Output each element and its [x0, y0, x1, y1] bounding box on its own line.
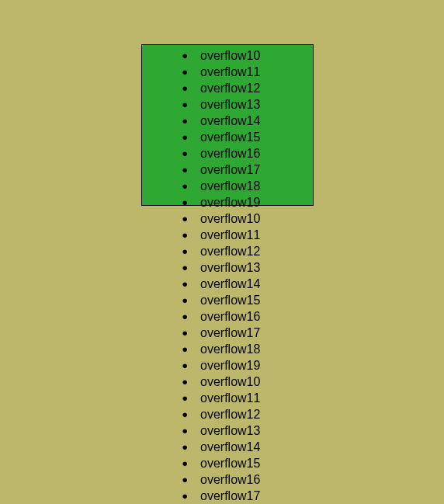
bullet-icon: ● — [141, 259, 188, 276]
list-item: ●overflow17 — [141, 488, 314, 504]
list-item-label: overflow13 — [200, 259, 314, 276]
bullet-icon: ● — [141, 488, 188, 504]
list-item-label: overflow13 — [200, 96, 314, 113]
list-item: ●overflow10 — [141, 47, 314, 64]
list-item: ●overflow10 — [141, 210, 314, 227]
list-item: ●overflow16 — [141, 145, 314, 162]
list-item-label: overflow16 — [200, 145, 314, 162]
bullet-icon: ● — [141, 145, 188, 162]
list-item: ●overflow19 — [141, 194, 314, 210]
list-item-label: overflow13 — [200, 422, 314, 439]
bullet-icon: ● — [141, 243, 188, 259]
list-item-label: overflow16 — [200, 308, 314, 325]
list-item-label: overflow18 — [200, 341, 314, 357]
list-item: ●overflow14 — [141, 276, 314, 292]
list-item-label: overflow15 — [200, 129, 314, 145]
list-item: ●overflow14 — [141, 113, 314, 129]
list-item-label: overflow17 — [200, 325, 314, 341]
overflow-list: ●overflow10 ●overflow11 ●overflow12 ●ove… — [141, 44, 314, 504]
bullet-icon: ● — [141, 325, 188, 341]
list-item-label: overflow14 — [200, 439, 314, 455]
bullet-icon: ● — [141, 292, 188, 308]
list-item-label: overflow19 — [200, 357, 314, 374]
bullet-icon: ● — [141, 96, 188, 113]
list-item-label: overflow12 — [200, 243, 314, 259]
list-item: ●overflow13 — [141, 96, 314, 113]
bullet-icon: ● — [141, 129, 188, 145]
list-item: ●overflow19 — [141, 357, 314, 374]
list-item: ●overflow15 — [141, 292, 314, 308]
list-item-label: overflow17 — [200, 488, 314, 504]
list-item: ●overflow11 — [141, 390, 314, 406]
list-item-label: overflow12 — [200, 80, 314, 96]
list-item-label: overflow11 — [200, 227, 314, 243]
bullet-icon: ● — [141, 422, 188, 439]
bullet-icon: ● — [141, 227, 188, 243]
list-item: ●overflow16 — [141, 308, 314, 325]
bullet-icon: ● — [141, 374, 188, 390]
list-item-label: overflow11 — [200, 64, 314, 80]
list-item: ●overflow12 — [141, 243, 314, 259]
list-item-label: overflow16 — [200, 471, 314, 488]
list-item-label: overflow17 — [200, 162, 314, 178]
list-item: ●overflow18 — [141, 341, 314, 357]
list-item-label: overflow10 — [200, 374, 314, 390]
bullet-icon: ● — [141, 194, 188, 210]
bullet-icon: ● — [141, 80, 188, 96]
list-item-label: overflow11 — [200, 390, 314, 406]
list-item: ●overflow10 — [141, 374, 314, 390]
list-item: ●overflow11 — [141, 64, 314, 80]
list-item: ●overflow17 — [141, 162, 314, 178]
bullet-icon: ● — [141, 390, 188, 406]
list-item: ●overflow17 — [141, 325, 314, 341]
bullet-icon: ● — [141, 47, 188, 64]
bullet-icon: ● — [141, 276, 188, 292]
list-item-label: overflow18 — [200, 178, 314, 194]
list-item: ●overflow18 — [141, 178, 314, 194]
bullet-icon: ● — [141, 210, 188, 227]
list-item-label: overflow10 — [200, 47, 314, 64]
list-item-label: overflow14 — [200, 113, 314, 129]
bullet-icon: ● — [141, 113, 188, 129]
bullet-icon: ● — [141, 64, 188, 80]
list-item-label: overflow14 — [200, 276, 314, 292]
list-item: ●overflow15 — [141, 129, 314, 145]
bullet-icon: ● — [141, 357, 188, 374]
list-item: ●overflow13 — [141, 259, 314, 276]
list-item: ●overflow16 — [141, 471, 314, 488]
bullet-icon: ● — [141, 471, 188, 488]
bullet-icon: ● — [141, 308, 188, 325]
bullet-icon: ● — [141, 455, 188, 471]
list-item: ●overflow11 — [141, 227, 314, 243]
bullet-icon: ● — [141, 406, 188, 422]
list-item-label: overflow19 — [200, 194, 314, 210]
list-item: ●overflow15 — [141, 455, 314, 471]
list-item: ●overflow13 — [141, 422, 314, 439]
list-item: ●overflow14 — [141, 439, 314, 455]
list-item-label: overflow12 — [200, 406, 314, 422]
bullet-icon: ● — [141, 341, 188, 357]
list-item-label: overflow10 — [200, 210, 314, 227]
list-item: ●overflow12 — [141, 406, 314, 422]
list-item-label: overflow15 — [200, 292, 314, 308]
list-item: ●overflow12 — [141, 80, 314, 96]
bullet-icon: ● — [141, 178, 188, 194]
bullet-icon: ● — [141, 439, 188, 455]
list-item-label: overflow15 — [200, 455, 314, 471]
bullet-icon: ● — [141, 162, 188, 178]
